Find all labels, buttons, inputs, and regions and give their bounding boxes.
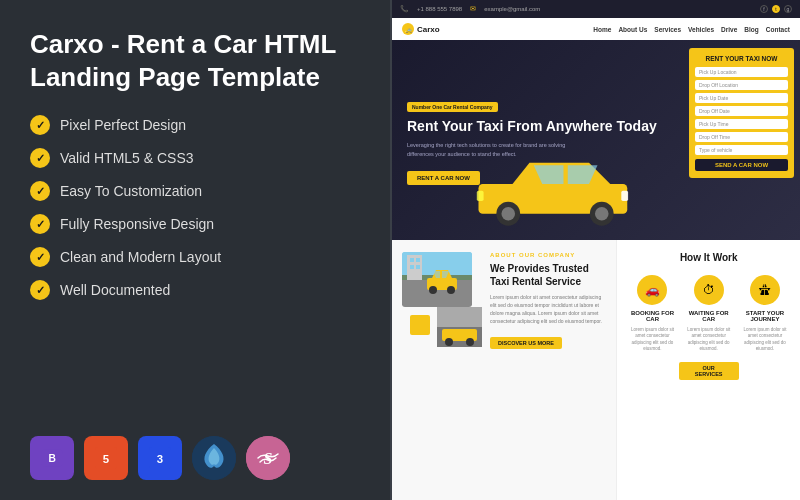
svg-text:3: 3 [157, 453, 163, 465]
form-submit-button[interactable]: SEND A CAR NOW [695, 159, 788, 171]
nav-link[interactable]: Drive [721, 26, 737, 33]
how-step: 🛣 START YOUR JOURNEY Lorem ipsum dolor s… [740, 275, 790, 352]
feature-item: ✓Clean and Modern Layout [30, 247, 360, 267]
feature-item: ✓Valid HTML5 & CSS3 [30, 148, 360, 168]
about-section: ABOUT OUR COMPANY We Provides Trusted Ta… [392, 240, 616, 500]
right-panel: 📞 +1 888 555 7898 ✉ example@gmail.com f … [390, 0, 800, 500]
logo-text: Carxo [417, 25, 440, 34]
hero-description: Leveraging the right tech solutions to c… [407, 141, 567, 158]
step-title: START YOUR JOURNEY [740, 310, 790, 322]
step-description: Lorem ipsum dolor sit amet consectetur a… [684, 327, 734, 352]
svg-rect-19 [410, 258, 414, 262]
step-icon: 🛣 [750, 275, 780, 305]
step-icon: 🚗 [637, 275, 667, 305]
svg-rect-22 [416, 265, 420, 269]
topbar-contact: 📞 +1 888 555 7898 ✉ example@gmail.com [400, 5, 540, 13]
step-description: Lorem ipsum dolor sit amet consectetur a… [740, 327, 790, 352]
nav-links: HomeAbout UsServicesVehiclesDriveBlogCon… [593, 26, 790, 33]
feature-label: Easy To Customization [60, 183, 202, 199]
check-icon: ✓ [30, 214, 50, 234]
about-image-thumb [437, 307, 482, 347]
site-nav: 🚕 Carxo HomeAbout UsServicesVehiclesDriv… [392, 18, 800, 40]
how-cta-button[interactable]: OUR SERVICES [679, 362, 739, 380]
feature-item: ✓Easy To Customization [30, 181, 360, 201]
nav-link[interactable]: About Us [618, 26, 647, 33]
svg-rect-21 [410, 265, 414, 269]
site-topbar: 📞 +1 888 555 7898 ✉ example@gmail.com f … [392, 0, 800, 18]
feature-label: Valid HTML5 & CSS3 [60, 150, 194, 166]
how-step: 🚗 BOOKING FOR CAR Lorem ipsum dolor sit … [627, 275, 677, 352]
check-icon: ✓ [30, 280, 50, 300]
nav-link[interactable]: Contact [766, 26, 790, 33]
form-field[interactable]: Pick Up Location [695, 67, 788, 77]
about-title: We Provides Trusted Taxi Rental Service [490, 262, 606, 288]
social-facebook: f [760, 5, 768, 13]
site-hero: Number One Car Rental Company Rent Your … [392, 40, 800, 240]
nav-link[interactable]: Blog [744, 26, 758, 33]
hero-cta-button[interactable]: RENT A CAR NOW [407, 171, 480, 185]
about-images [402, 252, 482, 347]
feature-item: ✓Fully Responsive Design [30, 214, 360, 234]
nav-logo: 🚕 Carxo [402, 23, 440, 35]
feature-label: Clean and Modern Layout [60, 249, 221, 265]
svg-text:S: S [264, 450, 273, 467]
badge-css3: 3 [138, 436, 182, 480]
feature-label: Well Documented [60, 282, 170, 298]
step-title: WAITING FOR CAR [684, 310, 734, 322]
site-screenshot-top: 📞 +1 888 555 7898 ✉ example@gmail.com f … [392, 0, 800, 240]
svg-point-30 [466, 338, 474, 346]
about-accent [410, 315, 430, 335]
phone-icon: 📞 [400, 5, 409, 13]
left-panel: Carxo - Rent a Car HTML Landing Page Tem… [0, 0, 390, 500]
about-image-main [402, 252, 472, 307]
site-screenshot-bottom: ABOUT OUR COMPANY We Provides Trusted Ta… [392, 240, 800, 500]
svg-point-12 [595, 207, 609, 221]
topbar-email: example@gmail.com [484, 6, 540, 12]
feature-label: Fully Responsive Design [60, 216, 214, 232]
form-field[interactable]: Drop Off Location [695, 80, 788, 90]
check-icon: ✓ [30, 115, 50, 135]
feature-label: Pixel Perfect Design [60, 117, 186, 133]
form-field[interactable]: Pick Up Time [695, 119, 788, 129]
about-cta-button[interactable]: DISCOVER US MORE [490, 337, 562, 349]
feature-item: ✓Pixel Perfect Design [30, 115, 360, 135]
form-title: RENT YOUR TAXI NOW [695, 55, 788, 62]
form-field[interactable]: Drop Off Time [695, 132, 788, 142]
topbar-phone: +1 888 555 7898 [417, 6, 462, 12]
about-badge: ABOUT OUR COMPANY [490, 252, 606, 258]
hero-booking-form: RENT YOUR TAXI NOW Pick Up LocationDrop … [689, 48, 794, 178]
check-icon: ✓ [30, 148, 50, 168]
form-field[interactable]: Drop Off Date [695, 106, 788, 116]
badge-bootstrap: B [30, 436, 74, 480]
svg-point-25 [447, 286, 455, 294]
logo-icon: 🚕 [402, 23, 414, 35]
social-google: g [784, 5, 792, 13]
tech-badges: B 5 3 S [30, 436, 360, 480]
form-field[interactable]: Type of vehicle [695, 145, 788, 155]
page-title: Carxo - Rent a Car HTML Landing Page Tem… [30, 28, 360, 93]
nav-link[interactable]: Vehicles [688, 26, 714, 33]
email-icon: ✉ [470, 5, 476, 13]
svg-point-10 [501, 207, 515, 221]
badge-html5: 5 [84, 436, 128, 480]
svg-text:B: B [48, 453, 55, 464]
nav-link[interactable]: Home [593, 26, 611, 33]
how-section: How It Work 🚗 BOOKING FOR CAR Lorem ipsu… [616, 240, 800, 500]
about-description: Lorem ipsum dolor sit amet consectetur a… [490, 293, 606, 325]
badge-sass: S [246, 436, 290, 480]
svg-rect-20 [416, 258, 420, 262]
step-icon: ⏱ [694, 275, 724, 305]
check-icon: ✓ [30, 247, 50, 267]
hero-badge: Number One Car Rental Company [407, 102, 498, 112]
badge-codeigniter [192, 436, 236, 480]
svg-point-29 [445, 338, 453, 346]
check-icon: ✓ [30, 181, 50, 201]
topbar-social: f t g [760, 5, 792, 13]
how-steps: 🚗 BOOKING FOR CAR Lorem ipsum dolor sit … [627, 275, 790, 352]
how-title: How It Work [627, 252, 790, 263]
svg-point-24 [429, 286, 437, 294]
feature-list: ✓Pixel Perfect Design✓Valid HTML5 & CSS3… [30, 115, 360, 300]
nav-link[interactable]: Services [654, 26, 681, 33]
step-description: Lorem ipsum dolor sit amet consectetur a… [627, 327, 677, 352]
form-field[interactable]: Pick Up Date [695, 93, 788, 103]
